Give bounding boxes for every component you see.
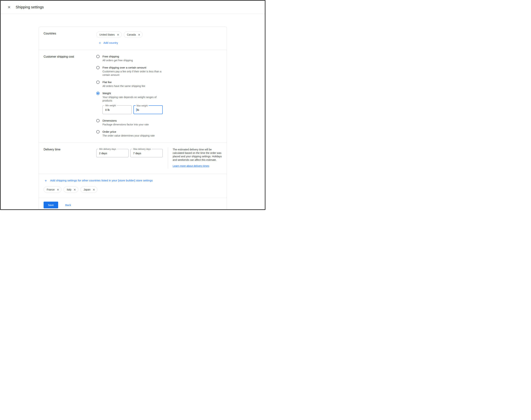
chip-label: United States	[99, 33, 115, 36]
countries-section: Countries United States ✕ Canada ✕ ＋ Add…	[39, 27, 227, 50]
min-delivery-days-value: 2 days	[99, 152, 107, 155]
country-chip-canada[interactable]: Canada ✕	[124, 31, 143, 38]
chip-label: Canada	[127, 33, 136, 36]
add-other-countries-button[interactable]: ＋ Add shipping settings for other countr…	[44, 179, 153, 182]
radio-icon[interactable]	[96, 92, 100, 95]
radio-description: Package dimensions factor into your rate	[103, 123, 149, 126]
radio-option-order-price[interactable]: Order price The order value determines y…	[96, 130, 222, 137]
radio-description: Your shipping rate depends on weight ran…	[103, 95, 167, 103]
radio-icon[interactable]	[96, 130, 100, 134]
radio-icon[interactable]	[96, 66, 100, 69]
dialog-header: ✕ Shipping settings	[1, 1, 265, 14]
plus-icon: ＋	[98, 41, 102, 45]
min-weight-value: 0 lb	[105, 108, 110, 111]
radio-description: All orders have the same shipping fee	[103, 84, 145, 88]
max-delivery-days-field[interactable]: Max delivery days 7 days	[130, 149, 163, 157]
add-other-countries-label: Add shipping settings for other countrie…	[50, 179, 153, 182]
radio-title: Free shipping over a certain amount	[103, 66, 167, 69]
delivery-info-text: The estimated delivery time will be calc…	[173, 148, 223, 162]
radio-title: Dimensions	[103, 119, 149, 122]
chip-remove-icon[interactable]: ✕	[93, 188, 95, 191]
shipping-cost-section: Customer shipping cost Free shipping All…	[39, 50, 227, 143]
radio-option-dimensions[interactable]: Dimensions Package dimensions factor int…	[96, 119, 222, 126]
delivery-fields: Min delivery days 2 days Max delivery da…	[96, 148, 163, 169]
delivery-time-label: Delivery time	[44, 148, 96, 169]
chip-label: Italy	[67, 188, 72, 191]
chip-remove-icon[interactable]: ✕	[74, 188, 76, 191]
max-weight-field[interactable]: Max weight lb	[134, 105, 163, 114]
country-chip-italy[interactable]: Italy ✕	[64, 186, 78, 193]
radio-icon[interactable]	[96, 81, 100, 84]
chip-label: France	[47, 188, 55, 191]
save-button[interactable]: Save	[44, 202, 58, 208]
radio-option-free-shipping[interactable]: Free shipping All orders get free shippi…	[96, 55, 222, 62]
radio-option-flat-fee[interactable]: Flat fee All orders have the same shippi…	[96, 80, 222, 88]
back-button[interactable]: Back	[65, 204, 71, 207]
country-chip-japan[interactable]: Japan ✕	[80, 186, 97, 193]
countries-label: Countries	[44, 31, 96, 45]
min-weight-label: Min weight	[105, 104, 117, 107]
max-weight-label: Max weight	[136, 105, 149, 107]
min-delivery-days-label: Min delivery days	[98, 148, 117, 150]
max-delivery-days-value: 7 days	[133, 152, 141, 155]
country-chip-united-states[interactable]: United States ✕	[96, 31, 122, 38]
radio-description: The order value determines your shipping…	[103, 134, 155, 137]
radio-option-free-over-amount[interactable]: Free shipping over a certain amount Cust…	[96, 66, 222, 77]
delivery-learn-more-link[interactable]: Learn more about delivery times	[173, 165, 209, 167]
radio-title: Free shipping	[103, 55, 133, 58]
shipping-cost-label: Customer shipping cost	[44, 55, 96, 137]
country-chip-row: United States ✕ Canada ✕	[96, 31, 222, 38]
country-chip-france[interactable]: France ✕	[44, 186, 61, 193]
max-delivery-days-label: Max delivery days	[132, 148, 152, 150]
delivery-info: The estimated delivery time will be calc…	[168, 148, 223, 169]
add-country-button[interactable]: ＋ Add country	[98, 41, 118, 45]
radio-icon[interactable]	[96, 119, 100, 122]
shipping-settings-dialog: ✕ Shipping settings Countries United Sta…	[0, 0, 266, 210]
chip-remove-icon[interactable]: ✕	[57, 188, 59, 191]
close-icon[interactable]: ✕	[6, 4, 12, 11]
radio-title: Order price	[103, 130, 155, 134]
radio-description: All orders get free shipping	[103, 59, 133, 62]
min-delivery-days-field[interactable]: Min delivery days 2 days	[96, 149, 129, 157]
chip-label: Japan	[84, 188, 91, 191]
radio-option-weight[interactable]: Weight Your shipping rate depends on wei…	[96, 91, 222, 103]
radio-title: Flat fee	[103, 80, 145, 84]
text-caret	[136, 108, 137, 111]
other-country-chip-row: France ✕ Italy ✕ Japan ✕	[44, 186, 222, 193]
min-weight-field[interactable]: Min weight 0 lb	[103, 105, 132, 114]
other-countries-section: ＋ Add shipping settings for other countr…	[39, 174, 227, 198]
radio-title: Weight	[103, 91, 167, 95]
delivery-time-section: Delivery time Min delivery days 2 days M…	[39, 143, 227, 174]
delivery-time-content: Min delivery days 2 days Max delivery da…	[96, 148, 223, 169]
radio-description: Customers pay a fee only if their order …	[103, 70, 167, 77]
footer-actions: Save Back	[39, 198, 227, 210]
countries-content: United States ✕ Canada ✕ ＋ Add country	[96, 31, 222, 45]
weight-fields: Min weight 0 lb Max weight lb	[103, 105, 222, 114]
chip-remove-icon[interactable]: ✕	[117, 33, 119, 36]
radio-icon[interactable]	[96, 55, 100, 58]
plus-icon: ＋	[44, 179, 48, 182]
max-weight-value: lb	[136, 108, 139, 111]
chip-remove-icon[interactable]: ✕	[138, 33, 140, 36]
shipping-cost-options: Free shipping All orders get free shippi…	[96, 55, 222, 137]
page-title: Shipping settings	[16, 5, 44, 9]
settings-card: Countries United States ✕ Canada ✕ ＋ Add…	[39, 27, 227, 210]
add-country-label: Add country	[103, 41, 118, 44]
